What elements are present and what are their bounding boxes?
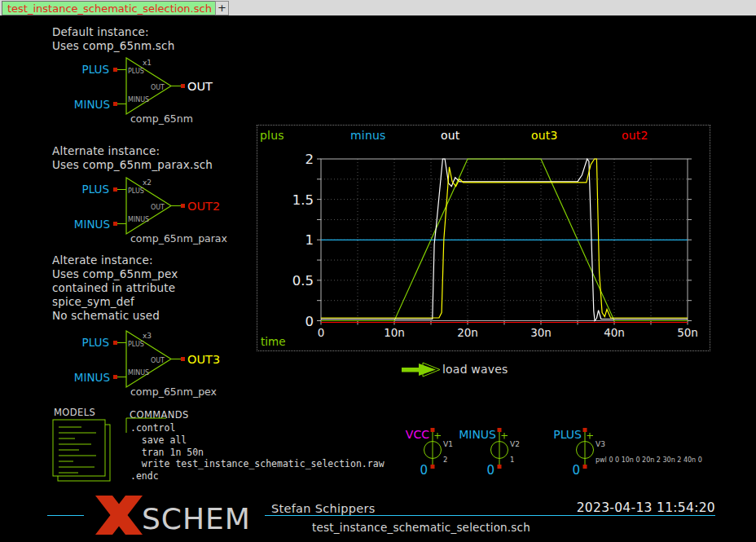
x-tick-label: 30n [530, 326, 552, 339]
pin-square [583, 465, 587, 469]
pin-square [181, 84, 185, 88]
pin-square [498, 465, 502, 469]
pin-square [113, 68, 117, 72]
pin-square [181, 204, 185, 208]
legend-item-plus: plus [260, 129, 284, 142]
net-label-minus: MINUS [74, 218, 110, 231]
source-net-label: MINUS [459, 428, 496, 441]
instance-name-label: x1 [143, 59, 152, 67]
source-ref-label: V2 [510, 440, 520, 448]
arrow-tail [402, 368, 420, 372]
x-tick-label: 10n [384, 326, 405, 339]
gnd-net-label: 0 [486, 463, 494, 478]
gnd-net-label: 0 [420, 463, 428, 478]
doc-front-sheet [53, 420, 105, 476]
voltage-source-v3[interactable]: PLUS V3 pwl 0 0 10n 0 20n 2 30n 2 40n 0 … [536, 425, 740, 478]
net-label-out: OUT3 [187, 353, 220, 366]
tab-current-schematic[interactable]: test_instance_schematic_selection.sch [2, 1, 218, 15]
legend-item-minus: minus [350, 129, 386, 142]
waveform-graph-widget[interactable]: 00.511.52010n20n30n40n50n plusminusoutou… [257, 125, 710, 351]
source-value-label: pwl 0 0 10n 0 20n 2 30n 2 40n 0 [596, 456, 702, 464]
title-block-line [47, 515, 84, 516]
y-tick-label: 0.5 [292, 273, 314, 289]
instance-name-label: x2 [143, 178, 152, 187]
load-waves-launcher[interactable]: load waves [442, 363, 508, 376]
symbol-pin-label-plus: PLUS [128, 341, 144, 348]
y-tick-label: 1.5 [292, 192, 314, 208]
x-tick-label: 20n [457, 326, 478, 339]
pin-square [583, 428, 587, 432]
new-tab-button[interactable]: + [215, 1, 229, 15]
symbol-pin-label-minus: MINUS [128, 369, 149, 377]
title-block-line [265, 515, 715, 516]
source-value-label: 1 [510, 456, 514, 464]
instance-name-label: x3 [143, 332, 152, 340]
source-net-label: VCC [406, 428, 429, 441]
schematic-filename: test_instance_schematic_selection.sch [266, 521, 576, 534]
pin-square [113, 187, 117, 192]
waveform-plot: 00.511.52010n20n30n40n50n [257, 126, 710, 350]
comparator-symbol-x3[interactable]: PLUS MINUS x3 PLUS OUT MINUS OUT3 comp_6… [73, 323, 232, 401]
net-label-plus: PLUS [82, 183, 109, 196]
instance-1-description[interactable]: Default instance: Uses comp_65nm.sch [52, 25, 175, 53]
symbol-pin-label-out: OUT [151, 84, 165, 91]
pin-square [113, 222, 117, 226]
source-net-label: PLUS [553, 428, 582, 441]
y-tick-label: 1 [305, 232, 314, 248]
net-label-minus: MINUS [74, 98, 110, 111]
xschem-window: test_instance_schematic_selection.sch + … [0, 0, 756, 542]
symbol-pin-label-out: OUT [151, 204, 165, 211]
instance-2-description[interactable]: Alternate instance: Uses comp_65nm_parax… [52, 144, 213, 172]
xschem-logo-x-icon [91, 492, 148, 540]
pin-square [431, 465, 435, 469]
y-tick-label: 2 [305, 152, 314, 167]
symbol-pin-label-out: OUT [151, 357, 165, 364]
xschem-logo-text: SCHEM [142, 502, 251, 535]
gnd-net-label: 0 [572, 463, 580, 478]
pin-square [113, 341, 117, 345]
pin-square [113, 375, 117, 379]
tab-bar: test_instance_schematic_selection.sch + [0, 0, 756, 15]
legend-item-out2: out2 [622, 129, 648, 142]
legend-item-out3: out3 [531, 129, 558, 142]
pin-square [181, 357, 185, 361]
net-label-minus: MINUS [74, 371, 110, 384]
pin-square [431, 428, 435, 432]
y-tick-label: 0 [305, 314, 314, 329]
source-ref-label: V3 [596, 440, 605, 448]
symbol-pin-label-minus: MINUS [128, 96, 149, 104]
trace-out3 [321, 159, 688, 318]
plot-legend: plusminusoutout3out2 [257, 126, 710, 142]
instance-3-description[interactable]: Alterate instance: Uses comp_65nm_pex co… [52, 253, 178, 323]
symbol-name-label: comp_65nm_pex [130, 386, 217, 398]
x-axis-title: time [261, 335, 286, 348]
x-tick-label: 40n [604, 326, 625, 339]
net-label-out: OUT2 [187, 200, 220, 213]
source-value-label: 2 [443, 456, 447, 464]
symbol-name-label: comp_65nm_parax [130, 232, 227, 245]
launcher-arrow-icon[interactable] [401, 362, 442, 378]
models-document-icon[interactable] [52, 416, 117, 486]
timestamp: 2023-04-13 11:54:20 [569, 500, 715, 515]
author-name: Stefan Schippers [271, 502, 376, 515]
pin-square [113, 102, 117, 106]
symbol-pin-label-plus: PLUS [128, 187, 144, 195]
symbol-pin-label-plus: PLUS [128, 68, 144, 75]
arrow-head [419, 364, 436, 376]
comparator-symbol-x1[interactable]: PLUS MINUS x1 PLUS OUT MINUS OUT comp_65… [73, 50, 232, 128]
net-label-out: OUT [187, 80, 213, 93]
legend-item-out: out [441, 129, 460, 142]
pin-square [498, 428, 502, 432]
symbol-pin-label-minus: MINUS [128, 216, 149, 223]
x-tick-label: 50n [677, 326, 698, 339]
net-label-plus: PLUS [82, 336, 109, 349]
net-label-plus: PLUS [82, 63, 109, 76]
comparator-symbol-x2[interactable]: PLUS MINUS x2 PLUS OUT MINUS OUT2 comp_6… [73, 170, 232, 248]
symbol-name-label: comp_65nm [130, 112, 193, 125]
spice-commands-text[interactable]: .control save all tran 1n 50n write test… [130, 422, 385, 483]
x-tick-label: 0 [318, 326, 325, 339]
